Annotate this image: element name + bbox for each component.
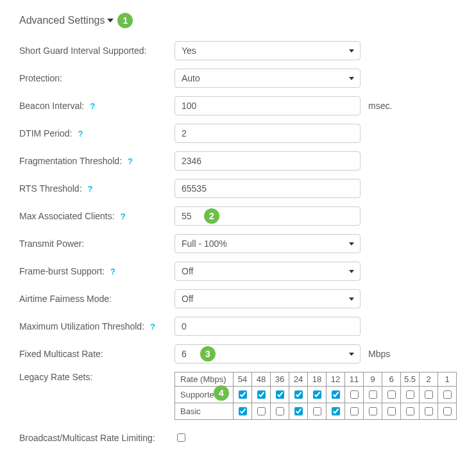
callout-4: 4 — [214, 385, 229, 401]
label-frameburst: Frame-burst Support: — [19, 266, 105, 276]
airtime-select[interactable]: Off — [174, 289, 361, 308]
supported-checkbox[interactable] — [257, 390, 266, 399]
label-airtime: Airtime Fairness Mode: — [19, 294, 112, 304]
legacy-rates-table: Rate (Mbps) 54483624181211965.521 Suppor… — [174, 372, 457, 420]
rate-header: 1 — [438, 372, 457, 387]
help-icon[interactable]: ? — [76, 129, 85, 138]
supported-checkbox[interactable] — [387, 390, 396, 399]
frag-input[interactable] — [174, 151, 361, 171]
section-title: Advanced Settings — [19, 15, 105, 26]
callout-2: 2 — [204, 208, 219, 224]
help-icon[interactable]: ? — [148, 322, 157, 331]
supported-checkbox[interactable] — [369, 390, 377, 399]
label-bmrate: Broadcast/Multicast Rate Limiting: — [19, 433, 155, 443]
help-icon[interactable]: ? — [108, 267, 117, 276]
rate-header: 9 — [364, 372, 382, 387]
basic-checkbox[interactable] — [406, 407, 414, 415]
supported-checkbox[interactable] — [276, 390, 284, 399]
bmrate-checkbox[interactable] — [177, 433, 185, 442]
callout-1: 1 — [117, 13, 133, 28]
protection-select[interactable]: Auto — [174, 69, 361, 88]
beacon-input[interactable] — [174, 96, 361, 115]
supported-checkbox[interactable] — [425, 390, 433, 399]
section-header[interactable]: Advanced Settings 1 — [19, 13, 457, 28]
maxutil-input[interactable] — [174, 317, 361, 336]
frameburst-select[interactable]: Off — [174, 262, 361, 281]
rate-header: 11 — [345, 372, 364, 387]
label-frag: Fragmentation Threshold: — [19, 156, 122, 166]
basic-checkbox[interactable] — [425, 407, 433, 415]
supported-checkbox[interactable] — [332, 390, 340, 399]
basic-checkbox[interactable] — [387, 407, 396, 415]
basic-label-cell: Basic — [175, 403, 234, 420]
label-legacy: Legacy Rate Sets: — [19, 372, 92, 382]
label-beacon: Beacon Interval: — [19, 101, 84, 111]
rate-header: 54 — [234, 372, 252, 387]
rate-header: 36 — [271, 372, 289, 387]
rate-header: 6 — [382, 372, 401, 387]
caret-down-icon — [107, 19, 114, 22]
rts-input[interactable] — [174, 179, 361, 198]
supported-checkbox[interactable] — [313, 390, 321, 399]
basic-checkbox[interactable] — [332, 407, 340, 415]
basic-checkbox[interactable] — [369, 407, 377, 415]
basic-checkbox[interactable] — [313, 407, 321, 415]
sgi-select[interactable]: Yes — [174, 41, 361, 60]
rate-header: 24 — [289, 372, 308, 387]
rate-header: 12 — [327, 372, 345, 387]
supported-checkbox[interactable] — [350, 390, 359, 399]
callout-3: 3 — [200, 346, 216, 362]
label-dtim: DTIM Period: — [19, 128, 72, 138]
supported-checkbox[interactable] — [406, 390, 414, 399]
label-maxclients: Max Associated Clients: — [19, 211, 115, 221]
dtim-input[interactable] — [174, 124, 361, 143]
label-rts: RTS Threshold: — [19, 183, 82, 194]
unit-mbps: Mbps — [368, 349, 390, 359]
help-icon[interactable]: ? — [126, 156, 135, 165]
help-icon[interactable]: ? — [88, 101, 97, 110]
txpower-select[interactable]: Full - 100% — [174, 234, 361, 253]
basic-checkbox[interactable] — [257, 407, 266, 415]
basic-checkbox[interactable] — [294, 407, 303, 415]
unit-msec: msec. — [368, 101, 392, 111]
basic-checkbox[interactable] — [350, 407, 359, 415]
basic-checkbox[interactable] — [239, 407, 247, 415]
label-maxutil: Maximum Utilization Threshold: — [19, 321, 144, 331]
label-txpower: Transmit Power: — [19, 239, 84, 249]
supported-checkbox[interactable] — [443, 390, 452, 399]
basic-checkbox[interactable] — [276, 407, 284, 415]
rate-header: 48 — [252, 372, 271, 387]
help-icon[interactable]: ? — [86, 184, 95, 193]
rate-header: 5.5 — [401, 372, 420, 387]
rate-header: 2 — [420, 372, 438, 387]
rates-header-cell: Rate (Mbps) — [175, 372, 234, 387]
maxclients-input[interactable] — [174, 206, 361, 226]
help-icon[interactable]: ? — [119, 212, 128, 221]
label-multicast: Fixed Multicast Rate: — [19, 349, 103, 359]
supported-checkbox[interactable] — [239, 390, 247, 399]
supported-label-cell: Supported 4 — [175, 387, 234, 403]
label-protection: Protection: — [19, 73, 62, 83]
label-sgi: Short Guard Interval Supported: — [19, 46, 146, 56]
basic-checkbox[interactable] — [443, 407, 452, 415]
supported-checkbox[interactable] — [294, 390, 303, 399]
rate-header: 18 — [308, 372, 327, 387]
